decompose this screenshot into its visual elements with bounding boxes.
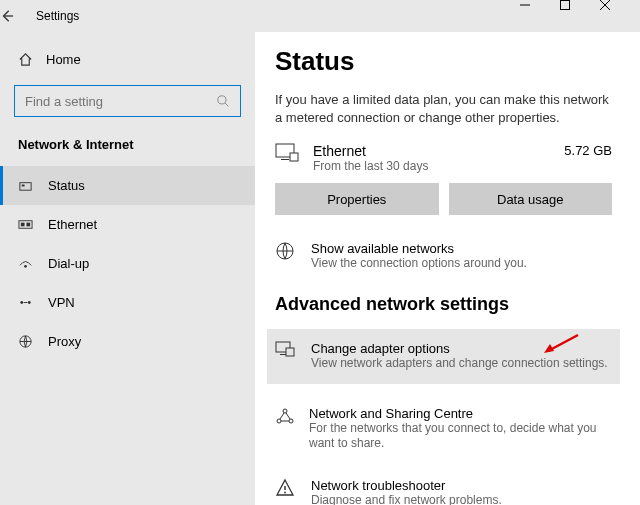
window-title: Settings — [36, 9, 520, 23]
minimize-button[interactable] — [520, 0, 560, 32]
proxy-icon — [18, 334, 34, 349]
sharing-icon — [275, 406, 295, 426]
globe-icon — [275, 241, 297, 261]
svg-rect-5 — [21, 223, 25, 227]
vpn-icon — [18, 295, 34, 310]
page-description: If you have a limited data plan, you can… — [275, 91, 612, 127]
status-icon — [18, 178, 34, 193]
change-adapter-row[interactable]: Change adapter options View network adap… — [267, 329, 620, 384]
home-button[interactable]: Home — [0, 42, 255, 77]
content-area: Status If you have a limited data plan, … — [255, 32, 640, 505]
nav-label: VPN — [48, 295, 75, 310]
svg-rect-16 — [280, 354, 286, 355]
svg-point-18 — [283, 409, 287, 413]
properties-button[interactable]: Properties — [275, 183, 439, 215]
svg-rect-6 — [26, 223, 30, 227]
sidebar-item-ethernet[interactable]: Ethernet — [0, 205, 255, 244]
close-button[interactable] — [600, 0, 640, 32]
connection-row: Ethernet From the last 30 days 5.72 GB — [275, 143, 612, 173]
nav-label: Proxy — [48, 334, 81, 349]
svg-point-8 — [20, 301, 23, 304]
back-button[interactable] — [0, 9, 36, 23]
search-input[interactable] — [25, 94, 217, 109]
svg-rect-17 — [286, 348, 294, 356]
show-networks-title: Show available networks — [311, 241, 527, 256]
home-icon — [18, 52, 34, 67]
show-networks-sub: View the connection options around you. — [311, 256, 527, 272]
svg-rect-3 — [22, 185, 25, 187]
svg-rect-13 — [290, 153, 298, 161]
maximize-button[interactable] — [560, 0, 600, 32]
sidebar-item-vpn[interactable]: VPN — [0, 283, 255, 322]
nav-label: Dial-up — [48, 256, 89, 271]
monitor-icon — [275, 143, 299, 163]
data-usage-button[interactable]: Data usage — [449, 183, 613, 215]
svg-rect-0 — [561, 1, 570, 10]
ethernet-icon — [18, 217, 34, 232]
show-networks-row[interactable]: Show available networks View the connect… — [275, 237, 612, 276]
sidebar-item-dialup[interactable]: Dial-up — [0, 244, 255, 283]
sidebar-item-proxy[interactable]: Proxy — [0, 322, 255, 361]
svg-rect-2 — [20, 183, 31, 191]
connection-sub: From the last 30 days — [313, 159, 550, 173]
advanced-heading: Advanced network settings — [275, 294, 612, 315]
svg-rect-12 — [281, 159, 289, 160]
svg-point-1 — [218, 95, 226, 103]
troubleshooter-title: Network troubleshooter — [311, 478, 502, 493]
search-icon — [217, 95, 230, 108]
svg-point-20 — [289, 419, 293, 423]
warning-icon — [275, 478, 297, 498]
nav-label: Ethernet — [48, 217, 97, 232]
sharing-sub: For the networks that you connect to, de… — [309, 421, 612, 452]
svg-point-9 — [28, 301, 31, 304]
svg-point-21 — [284, 491, 286, 493]
sharing-centre-row[interactable]: Network and Sharing Centre For the netwo… — [275, 402, 612, 456]
nav-label: Status — [48, 178, 85, 193]
dialup-icon — [18, 256, 34, 271]
sidebar: Home Network & Internet Status Ethernet — [0, 32, 255, 505]
svg-point-19 — [277, 419, 281, 423]
sharing-title: Network and Sharing Centre — [309, 406, 612, 421]
adapter-title: Change adapter options — [311, 341, 608, 356]
troubleshooter-sub: Diagnose and fix network problems. — [311, 493, 502, 505]
home-label: Home — [46, 52, 81, 67]
search-box[interactable] — [14, 85, 241, 117]
adapter-icon — [275, 341, 297, 359]
sidebar-item-status[interactable]: Status — [0, 166, 255, 205]
svg-point-7 — [24, 265, 27, 268]
adapter-sub: View network adapters and change connect… — [311, 356, 608, 372]
sidebar-group-title: Network & Internet — [0, 131, 255, 166]
page-title: Status — [275, 46, 612, 77]
troubleshooter-row[interactable]: Network troubleshooter Diagnose and fix … — [275, 474, 612, 505]
connection-usage: 5.72 GB — [564, 143, 612, 158]
connection-name: Ethernet — [313, 143, 550, 159]
